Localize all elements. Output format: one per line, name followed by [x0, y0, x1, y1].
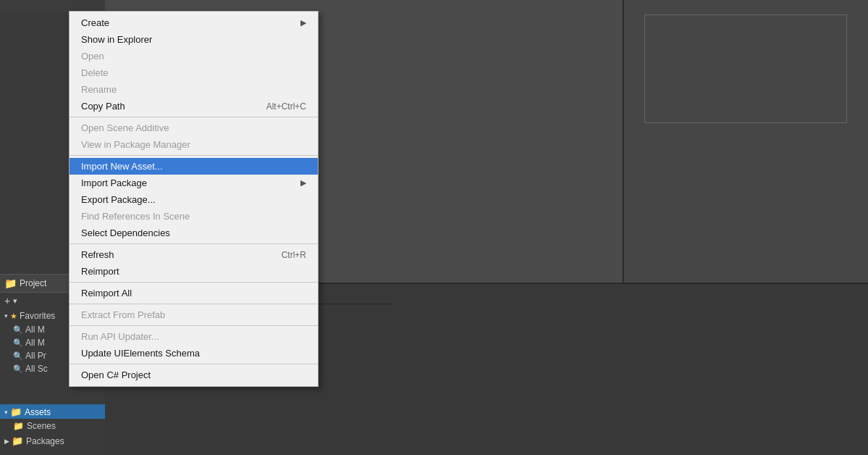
menu-item-open-scene-additive: Open Scene Additive: [69, 120, 318, 136]
packages-arrow: ▶: [4, 438, 9, 445]
assets-item[interactable]: ▾ 📁 Assets: [0, 404, 105, 419]
menu-item-open: Open: [69, 48, 318, 64]
menu-item-import-package[interactable]: Import Package ▶: [69, 175, 318, 191]
menu-label-view-package-manager: View in Package Manager: [81, 139, 190, 150]
sidebar-label-allsc: All Sc: [25, 364, 48, 374]
sidebar-label-allpr: All Pr: [25, 351, 46, 361]
scenes-item[interactable]: 📁 Scenes: [0, 419, 105, 433]
arrow-icon: ▾: [4, 312, 8, 320]
separator-2: [69, 155, 318, 156]
search-icon-1: 🔍: [13, 325, 23, 335]
scenes-label: Scenes: [27, 421, 56, 431]
menu-label-run-api-updater: Run API Updater...: [81, 331, 159, 342]
shortcut-refresh: Ctrl+R: [282, 250, 306, 260]
packages-label: Packages: [26, 436, 64, 446]
menu-item-reimport-all[interactable]: Reimport All: [69, 285, 318, 301]
submenu-arrow-import-package: ▶: [300, 178, 306, 188]
menu-item-find-references: Find References In Scene: [69, 208, 318, 225]
menu-label-export-package: Export Package...: [81, 194, 156, 205]
menu-label-show-in-explorer: Show in Explorer: [81, 34, 152, 45]
panel-border: [644, 14, 847, 123]
menu-label-rename: Rename: [81, 84, 117, 95]
menu-item-import-new-asset[interactable]: Import New Asset...: [69, 158, 318, 175]
folder-icon: 📁: [4, 277, 17, 289]
separator-3: [69, 243, 318, 244]
menu-label-copy-path: Copy Path: [81, 101, 125, 112]
separator-7: [69, 364, 318, 364]
menu-item-open-csharp[interactable]: Open C# Project: [69, 367, 318, 383]
search-icon-2: 🔍: [13, 338, 23, 348]
menu-label-select-dependencies: Select Dependencies: [81, 228, 170, 238]
separator-5: [69, 304, 318, 304]
shortcut-copy-path: Alt+Ctrl+C: [266, 101, 306, 112]
separator-1: [69, 117, 318, 117]
menu-item-view-package-manager: View in Package Manager: [69, 136, 318, 153]
assets-arrow: ▾: [4, 409, 8, 416]
add-button[interactable]: +: [4, 295, 10, 306]
menu-label-delete: Delete: [81, 67, 109, 78]
menu-item-run-api-updater: Run API Updater...: [69, 328, 318, 345]
menu-item-refresh[interactable]: Refresh Ctrl+R: [69, 246, 318, 263]
sidebar-label-allm2: All M: [25, 338, 45, 348]
menu-label-reimport: Reimport: [81, 266, 119, 277]
dropdown-icon[interactable]: ▾: [13, 296, 17, 306]
menu-item-copy-path[interactable]: Copy Path Alt+Ctrl+C: [69, 98, 318, 114]
menu-label-import-package: Import Package: [81, 178, 147, 188]
menu-item-export-package[interactable]: Export Package...: [69, 191, 318, 208]
search-icon-4: 🔍: [13, 364, 23, 374]
separator-6: [69, 325, 318, 326]
sidebar-label-allm1: All M: [25, 325, 45, 335]
menu-item-rename: Rename: [69, 81, 318, 98]
star-icon: ★: [10, 312, 17, 321]
menu-item-show-in-explorer[interactable]: Show in Explorer: [69, 31, 318, 48]
menu-label-find-references: Find References In Scene: [81, 211, 190, 222]
menu-label-update-ui-elements: Update UIElements Schema: [81, 348, 200, 359]
menu-item-extract-from-prefab: Extract From Prefab: [69, 306, 318, 323]
project-label: Project: [20, 278, 46, 288]
menu-label-refresh: Refresh: [81, 249, 114, 260]
packages-item[interactable]: ▶ 📁 Packages: [0, 433, 105, 448]
menu-label-import-new-asset: Import New Asset...: [81, 161, 163, 172]
menu-label-extract-from-prefab: Extract From Prefab: [81, 309, 165, 320]
menu-item-update-ui-elements[interactable]: Update UIElements Schema: [69, 345, 318, 362]
context-menu: Create ▶ Show in Explorer Open Delete Re…: [69, 11, 319, 387]
search-icon-3: 🔍: [13, 351, 23, 361]
assets-label: Assets: [25, 407, 51, 417]
menu-label-open-scene-additive: Open Scene Additive: [81, 122, 169, 133]
favorites-label: Favorites: [20, 311, 55, 321]
menu-label-create: Create: [81, 17, 109, 28]
menu-item-delete: Delete: [69, 64, 318, 81]
menu-label-reimport-all: Reimport All: [81, 288, 132, 299]
packages-folder-icon: 📁: [12, 435, 23, 446]
vertical-separator: [623, 0, 624, 283]
right-panel: [623, 0, 868, 283]
menu-item-reimport[interactable]: Reimport: [69, 263, 318, 280]
scenes-folder-icon: 📁: [13, 421, 24, 431]
menu-label-open: Open: [81, 51, 104, 62]
submenu-arrow-create: ▶: [300, 18, 306, 28]
menu-item-create[interactable]: Create ▶: [69, 14, 318, 31]
assets-folder-icon: 📁: [10, 406, 22, 417]
menu-label-open-csharp: Open C# Project: [81, 370, 151, 380]
menu-item-select-dependencies[interactable]: Select Dependencies: [69, 225, 318, 241]
separator-4: [69, 282, 318, 283]
